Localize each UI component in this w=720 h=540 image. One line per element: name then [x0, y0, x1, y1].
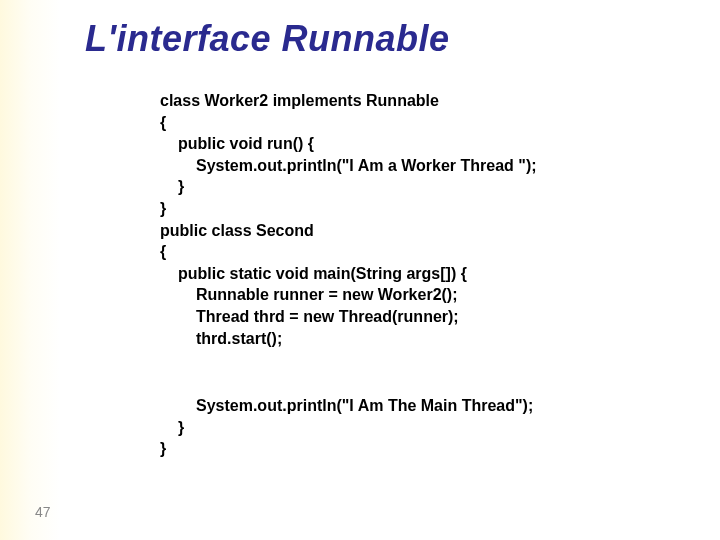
code-text: public void run() {	[160, 133, 314, 155]
code-line: public void run() {	[160, 133, 680, 155]
code-text: System.out.println("I Am a Worker Thread…	[160, 155, 537, 177]
code-line: }	[160, 198, 680, 220]
code-text: }	[160, 417, 184, 439]
code-line: System.out.println("I Am a Worker Thread…	[160, 155, 680, 177]
code-line: }	[160, 417, 680, 439]
slide-title: L'interface Runnable	[85, 18, 450, 60]
slide: L'interface Runnable class Worker2 imple…	[0, 0, 720, 540]
code-line: class Worker2 implements Runnable	[160, 90, 680, 112]
code-text: Thread thrd = new Thread(runner);	[160, 306, 459, 328]
code-line: thrd.start();	[160, 328, 680, 350]
page-number: 47	[35, 504, 51, 520]
code-line: public class Second	[160, 220, 680, 242]
code-line: }	[160, 438, 680, 460]
code-text: }	[160, 176, 184, 198]
side-gradient-decoration	[0, 0, 60, 540]
code-block-1: class Worker2 implements Runnable { publ…	[160, 90, 680, 349]
code-line: }	[160, 176, 680, 198]
code-line: Thread thrd = new Thread(runner);	[160, 306, 680, 328]
code-line: {	[160, 112, 680, 134]
code-text: Runnable runner = new Worker2();	[160, 284, 458, 306]
code-line: System.out.println("I Am The Main Thread…	[160, 395, 680, 417]
code-line: Runnable runner = new Worker2();	[160, 284, 680, 306]
code-text: thrd.start();	[160, 328, 282, 350]
code-line: public static void main(String args[]) {	[160, 263, 680, 285]
code-text: public static void main(String args[]) {	[160, 263, 467, 285]
code-line: {	[160, 241, 680, 263]
code-block-2: System.out.println("I Am The Main Thread…	[160, 395, 680, 460]
code-text: System.out.println("I Am The Main Thread…	[160, 395, 533, 417]
